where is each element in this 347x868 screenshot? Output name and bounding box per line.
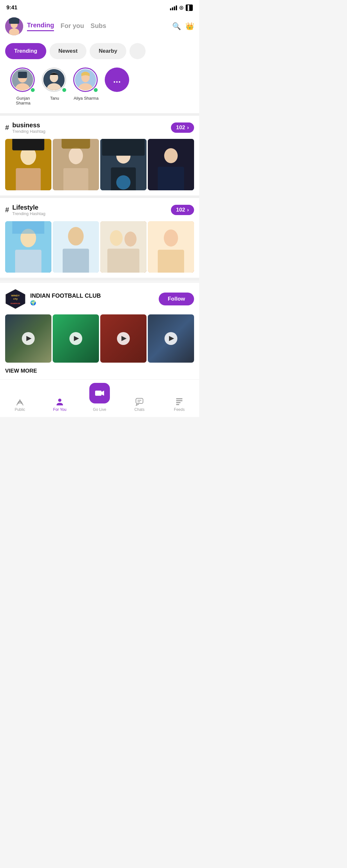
tab-for-you[interactable]: For you (60, 22, 84, 31)
play-icon-3 (121, 336, 127, 341)
nav-public[interactable]: Public (0, 397, 40, 412)
club-card: WINDY city RAMPAGE INDIAN FOOTBALL CLUB … (0, 283, 199, 379)
count-value-lifestyle: 102 (176, 207, 185, 213)
svg-text:WINDY: WINDY (11, 294, 20, 297)
filter-more[interactable] (129, 43, 146, 59)
hash-icon-lifestyle: # (5, 206, 9, 214)
play-button-4[interactable] (164, 332, 177, 345)
svg-point-39 (124, 231, 136, 247)
count-pill-lifestyle[interactable]: 102 › (171, 205, 194, 215)
photo-thumb-lifestyle-4[interactable] (148, 221, 194, 273)
count-pill-business[interactable]: 102 › (171, 123, 194, 133)
go-live-button[interactable] (89, 383, 110, 403)
wifi-icon: ⊛ (179, 4, 184, 11)
tab-trending[interactable]: Trending (27, 22, 54, 31)
view-more-button[interactable]: VIEW MORE (5, 363, 194, 379)
svg-rect-58 (176, 400, 183, 401)
story-img-gunjan (12, 69, 33, 90)
globe-icon: 🌍 (30, 300, 36, 305)
hashtag-left-business: # business Trending Hashtag (5, 122, 45, 134)
photo-thumb-lifestyle-1[interactable] (5, 221, 52, 273)
play-button-1[interactable] (22, 332, 35, 345)
story-gunjan[interactable]: Gunjan Sharma (10, 67, 36, 105)
hashtag-title-lifestyle: Lifestyle (12, 204, 45, 211)
svg-rect-52 (95, 391, 101, 396)
nav-chats[interactable]: Chats (120, 397, 159, 412)
online-dot-aliya (93, 88, 98, 93)
photo-thumb-business-2[interactable] (53, 139, 99, 190)
story-avatar-wrap-tanu (42, 67, 67, 93)
status-icons: ⊛ ▌ (170, 4, 193, 11)
svg-rect-25 (102, 139, 145, 156)
photo-thumb-lifestyle-2[interactable] (53, 221, 99, 273)
filter-nearby[interactable]: Nearby (90, 43, 126, 59)
svg-text:RAMPAGE: RAMPAGE (10, 303, 20, 305)
feeds-icon (175, 397, 184, 406)
chats-icon (135, 397, 144, 406)
nav-label-for-you: For You (53, 407, 66, 412)
video-thumb-3[interactable] (100, 314, 147, 363)
filter-newest[interactable]: Newest (50, 43, 87, 59)
follow-button[interactable]: Follow (159, 292, 194, 305)
video-thumb-2[interactable] (53, 314, 99, 363)
svg-point-28 (164, 148, 178, 163)
svg-rect-29 (158, 167, 184, 190)
photo-grid-lifestyle (5, 221, 194, 278)
nav-label-feeds: Feeds (174, 407, 184, 412)
section-divider-3 (0, 278, 199, 280)
story-tanu[interactable]: Tanu (42, 67, 67, 105)
svg-rect-7 (18, 72, 27, 78)
story-aliya[interactable]: Aliya Sharma (73, 67, 99, 105)
stories-section: Gunjan Sharma Tanu (0, 64, 199, 113)
filter-trending[interactable]: Trending (5, 43, 46, 59)
svg-point-35 (68, 227, 84, 246)
hashtag-title-business: business (12, 122, 45, 129)
status-time: 9:41 (6, 4, 18, 11)
story-avatar-wrap-gunjan (10, 67, 36, 93)
nav-for-you[interactable]: For You (40, 397, 80, 412)
user-avatar[interactable] (5, 18, 23, 35)
section-divider-1 (0, 113, 199, 116)
play-button-2[interactable] (69, 332, 82, 345)
status-bar: 9:41 ⊛ ▌ (0, 0, 199, 14)
filter-bar: Trending Newest Nearby (0, 38, 199, 64)
story-img-aliya (75, 69, 96, 90)
club-info: INDIAN FOOTBALL CLUB 🌍 (30, 292, 154, 306)
svg-marker-53 (101, 391, 104, 396)
play-button-3[interactable] (117, 332, 130, 345)
story-more[interactable]: ... (105, 67, 129, 105)
search-icon[interactable]: 🔍 (172, 22, 181, 31)
hashtag-card-lifestyle: # Lifestyle Trending Hashtag 102 › (0, 198, 199, 278)
crown-icon[interactable]: 👑 (185, 22, 194, 31)
photo-thumb-business-4[interactable] (148, 139, 194, 190)
signal-icon (170, 5, 177, 10)
svg-rect-33 (12, 221, 44, 234)
more-avatar[interactable]: ... (105, 67, 129, 92)
story-img-tanu (43, 69, 65, 90)
bottom-nav: Public For You Go Live (0, 379, 199, 417)
nav-go-live[interactable]: Go Live (80, 383, 120, 412)
video-thumb-1[interactable] (5, 314, 52, 363)
online-dot-gunjan (30, 88, 35, 93)
count-arrow-business: › (187, 124, 189, 131)
count-value-business: 102 (176, 124, 185, 131)
video-thumb-4[interactable] (148, 314, 194, 363)
svg-rect-21 (62, 139, 90, 149)
svg-point-26 (116, 175, 130, 189)
nav-label-go-live: Go Live (93, 407, 106, 412)
photo-thumb-business-1[interactable] (5, 139, 52, 190)
online-dot-tanu (62, 88, 67, 93)
hashtag-sub-business: Trending Hashtag (12, 129, 45, 134)
hash-icon-business: # (5, 123, 9, 132)
photo-thumb-lifestyle-3[interactable] (100, 221, 147, 273)
hashtag-info-lifestyle: Lifestyle Trending Hashtag (12, 204, 45, 216)
header-tabs: Trending For you Subs (27, 22, 168, 31)
tab-subs[interactable]: Subs (91, 22, 106, 31)
more-dots: ... (113, 74, 121, 85)
hashtag-header-business: # business Trending Hashtag 102 › (5, 122, 194, 134)
photo-thumb-business-3[interactable] (100, 139, 147, 190)
section-divider-2 (0, 195, 199, 198)
nav-feeds[interactable]: Feeds (159, 397, 199, 412)
club-logo: WINDY city RAMPAGE (5, 289, 26, 309)
nav-label-chats: Chats (134, 407, 144, 412)
